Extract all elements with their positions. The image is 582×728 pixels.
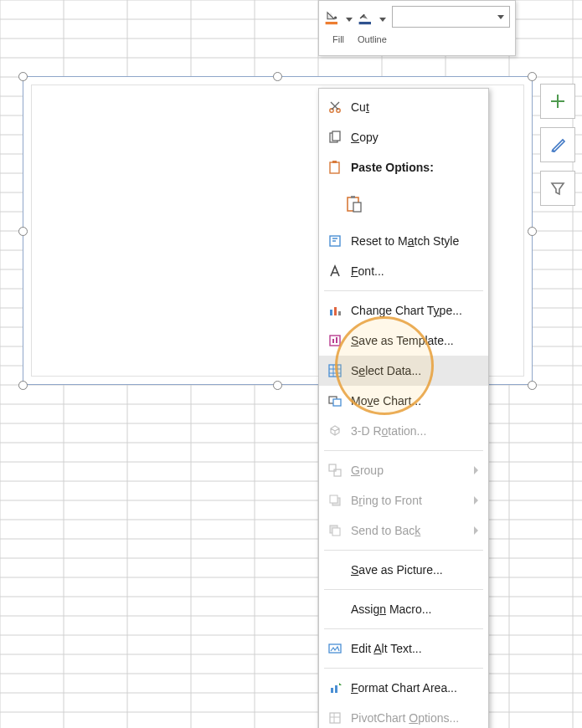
- alt-text-icon: [326, 639, 344, 658]
- pivot-options-label: PivotChart Options...: [351, 711, 478, 725]
- svg-rect-76: [329, 644, 341, 653]
- menu-separator: [324, 668, 483, 669]
- svg-rect-70: [329, 464, 336, 471]
- svg-rect-49: [326, 22, 337, 24]
- pivot-options-icon: [326, 709, 344, 727]
- chart-style-dropdown[interactable]: [392, 6, 510, 28]
- svg-rect-69: [333, 399, 341, 406]
- save-template-label: Save as Template...: [351, 334, 478, 347]
- outline-icon: [358, 4, 386, 33]
- resize-handle[interactable]: [528, 72, 537, 81]
- copy-menu-item[interactable]: Copy: [319, 122, 488, 152]
- format-area-label: Format Chart Area...: [351, 681, 478, 695]
- save-picture-label: Save as Picture...: [351, 563, 478, 577]
- chart-side-buttons: [540, 84, 575, 206]
- font-icon: [326, 262, 344, 280]
- resize-handle[interactable]: [528, 381, 537, 390]
- resize-handle[interactable]: [18, 72, 28, 81]
- cut-label: Cut: [351, 100, 478, 114]
- move-chart-label: Move Chart...: [351, 394, 478, 408]
- chart-context-menu: Cut Copy Paste Options: Reset to Match S…: [318, 88, 489, 728]
- resize-handle[interactable]: [273, 381, 282, 390]
- svg-rect-65: [332, 339, 334, 343]
- outline-button[interactable]: Outline: [358, 4, 387, 44]
- chevron-down-icon: [497, 15, 504, 19]
- move-chart-menu-item[interactable]: Move Chart...: [319, 386, 488, 416]
- menu-separator: [324, 450, 483, 451]
- chart-styles-button[interactable]: [540, 127, 575, 162]
- change-chart-type-label: Change Chart Type...: [351, 304, 478, 317]
- font-label: Font...: [351, 264, 478, 278]
- svg-rect-79: [330, 713, 340, 723]
- group-label: Group: [351, 464, 474, 477]
- svg-rect-63: [338, 311, 341, 315]
- blank-icon: [326, 561, 344, 579]
- save-template-icon: [326, 331, 344, 350]
- reset-match-style-menu-item[interactable]: Reset to Match Style: [319, 226, 488, 256]
- select-data-icon: [326, 361, 344, 380]
- chevron-down-icon: [379, 18, 386, 22]
- 3d-rotation-menu-item: 3-D Rotation...: [319, 416, 488, 446]
- paste-options-label: Paste Options:: [351, 161, 478, 174]
- svg-rect-75: [332, 528, 340, 536]
- svg-rect-77: [331, 688, 333, 693]
- svg-rect-56: [332, 161, 337, 163]
- resize-handle[interactable]: [528, 227, 537, 236]
- chevron-right-icon: [474, 496, 478, 505]
- svg-rect-50: [359, 22, 371, 24]
- resize-handle[interactable]: [18, 381, 28, 390]
- resize-handle[interactable]: [273, 72, 282, 81]
- format-chart-area-menu-item[interactable]: Format Chart Area...: [319, 673, 488, 703]
- send-back-icon: [326, 521, 344, 540]
- group-icon: [326, 461, 344, 479]
- plus-icon: [549, 92, 567, 110]
- svg-rect-73: [330, 495, 337, 503]
- clipboard-icon: [343, 191, 366, 218]
- 3d-rotation-label: 3-D Rotation...: [351, 424, 478, 438]
- move-chart-icon: [326, 392, 344, 410]
- assign-macro-label: Assign Macro...: [351, 602, 478, 616]
- bring-front-icon: [326, 491, 344, 510]
- bring-to-front-menu-item: Bring to Front: [319, 485, 488, 515]
- menu-separator: [324, 550, 483, 551]
- blank-icon: [326, 600, 344, 618]
- change-chart-type-menu-item[interactable]: Change Chart Type...: [319, 295, 488, 326]
- resize-handle[interactable]: [18, 227, 28, 236]
- copy-label: Copy: [351, 131, 478, 144]
- group-menu-item: Group: [319, 455, 488, 485]
- fill-icon: [324, 4, 353, 33]
- menu-separator: [324, 628, 483, 629]
- assign-macro-menu-item[interactable]: Assign Macro...: [319, 594, 488, 624]
- cut-menu-item[interactable]: Cut: [319, 92, 488, 122]
- send-back-label: Send to Back: [351, 524, 474, 537]
- chart-elements-button[interactable]: [540, 84, 575, 119]
- chart-type-icon: [326, 301, 344, 320]
- fill-button[interactable]: Fill: [324, 4, 353, 44]
- brush-icon: [549, 136, 567, 154]
- send-to-back-menu-item: Send to Back: [319, 515, 488, 546]
- bring-front-label: Bring to Front: [351, 494, 474, 507]
- select-data-label: Select Data...: [351, 364, 478, 377]
- save-template-menu-item[interactable]: Save as Template...: [319, 326, 488, 356]
- svg-rect-55: [330, 162, 339, 173]
- svg-rect-62: [334, 307, 337, 315]
- chevron-right-icon: [474, 526, 478, 535]
- funnel-icon: [549, 179, 567, 197]
- paste-icon: [326, 158, 344, 177]
- edit-alt-text-menu-item[interactable]: Edit Alt Text...: [319, 633, 488, 664]
- outline-label: Outline: [358, 34, 387, 44]
- menu-separator: [324, 589, 483, 590]
- reset-style-icon: [326, 232, 344, 250]
- select-data-menu-item[interactable]: Select Data...: [319, 356, 488, 386]
- chart-filters-button[interactable]: [540, 171, 575, 206]
- font-menu-item[interactable]: Font...: [319, 256, 488, 286]
- menu-separator: [324, 290, 483, 291]
- save-as-picture-menu-item[interactable]: Save as Picture...: [319, 555, 488, 585]
- format-area-icon: [326, 679, 344, 697]
- paste-option-button[interactable]: [319, 182, 488, 226]
- svg-rect-67: [329, 365, 341, 377]
- chevron-right-icon: [474, 466, 478, 474]
- alt-text-label: Edit Alt Text...: [351, 642, 478, 655]
- svg-rect-66: [336, 337, 337, 343]
- mini-toolbar: Fill Outline: [318, 0, 516, 56]
